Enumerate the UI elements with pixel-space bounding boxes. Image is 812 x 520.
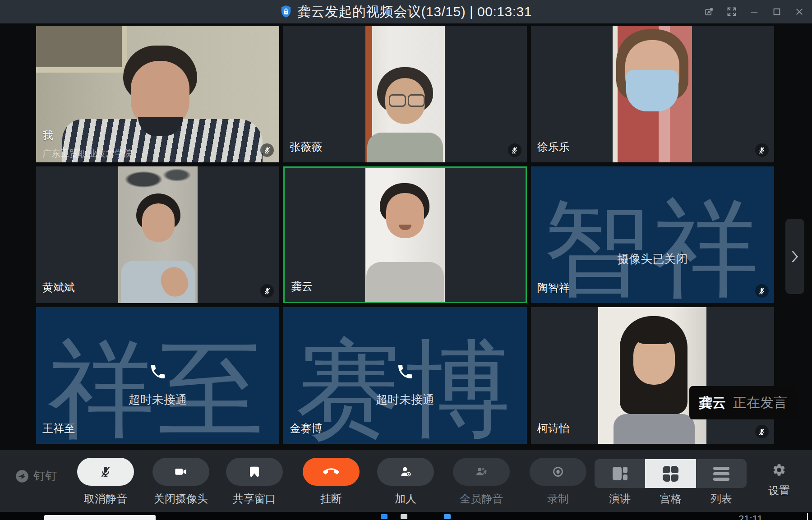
mute-all-button[interactable]: 全员静音 [452, 458, 511, 506]
maximize-icon[interactable] [771, 6, 782, 17]
dingtalk-logo-icon [15, 469, 29, 483]
hang-up-button[interactable]: 挂断 [301, 458, 361, 506]
record-label: 录制 [528, 492, 588, 506]
settings-button[interactable]: 设置 [763, 463, 795, 498]
meeting-title-wrap: 龚云发起的视频会议(13/15) | 00:13:31 [280, 3, 532, 21]
view-grid-label: 宫格 [645, 492, 696, 506]
hang-up-pill [303, 458, 360, 486]
video-feed [118, 166, 198, 303]
share-window-icon [248, 465, 261, 479]
video-tile-taozhixiang[interactable]: 智祥 摄像头已关闭 陶智祥 [531, 166, 774, 303]
hang-up-icon [323, 464, 339, 480]
video-feed [36, 26, 279, 162]
mic-muted-icon [99, 465, 112, 479]
popout-window-icon[interactable] [704, 6, 715, 17]
speaking-toast: 龚云 正在发言 [689, 386, 797, 419]
participant-name: 柯诗怡 [537, 421, 570, 436]
taskbar-app-icon[interactable] [401, 514, 407, 519]
face-mask-decor [626, 70, 678, 111]
speaking-toast-name: 龚云 [699, 394, 726, 412]
dingtalk-brand: 钉钉 [15, 468, 57, 484]
person-silhouette [614, 414, 695, 444]
close-icon[interactable] [794, 6, 805, 17]
participant-name: 龚云 [291, 279, 313, 294]
camera-icon [174, 465, 188, 479]
secure-lock-shield-icon [280, 5, 292, 18]
unmute-button[interactable]: 取消静音 [76, 458, 135, 506]
view-list-button[interactable] [696, 459, 747, 488]
mute-all-pill [453, 458, 510, 486]
mic-muted-icon [755, 143, 769, 157]
view-grid-button-active[interactable] [645, 459, 696, 488]
fullscreen-icon[interactable] [726, 6, 737, 17]
taskbar-app-icon[interactable] [444, 514, 451, 519]
video-feed [365, 26, 445, 162]
view-list-label: 列表 [696, 492, 747, 506]
glasses-decor [408, 94, 425, 107]
chevron-right-icon [791, 250, 798, 263]
glasses-decor [389, 94, 406, 107]
grid-view-icon [663, 466, 678, 482]
share-window-label: 共享窗口 [225, 492, 284, 506]
video-feed [613, 26, 692, 162]
person-silhouette [386, 193, 424, 238]
taskbar-clock: 21:11 [738, 513, 762, 520]
list-view-icon [713, 467, 729, 481]
share-pill [226, 458, 283, 486]
view-switcher-labels: 演讲 宫格 列表 [595, 492, 747, 506]
participant-name: 王祥至 [42, 421, 75, 436]
phone-call-icon [149, 363, 167, 382]
participant-name: 我 [42, 128, 53, 143]
painting-decor [118, 166, 198, 195]
settings-label: 设置 [763, 483, 795, 498]
add-person-icon [399, 465, 412, 479]
taskbar-app-icon[interactable] [381, 514, 388, 519]
desktop-taskbar-sliver: 21:11 [0, 512, 812, 520]
add-person-label: 加人 [376, 492, 435, 506]
phone-call-icon [396, 363, 414, 382]
minimize-icon[interactable] [749, 6, 760, 17]
person-silhouette [142, 203, 175, 242]
record-button[interactable]: 录制 [528, 458, 588, 506]
video-feed [365, 168, 445, 302]
record-pill [530, 458, 586, 486]
person-silhouette [367, 133, 443, 162]
video-feed [598, 307, 706, 444]
window-controls [704, 0, 805, 23]
participant-name: 黄斌斌 [42, 281, 75, 295]
dingtalk-brand-label: 钉钉 [33, 468, 57, 484]
video-tile-wangxiangzhi[interactable]: 祥至 超时未接通 王祥至 [36, 307, 279, 444]
add-person-button[interactable]: 加人 [376, 458, 435, 506]
participant-name: 徐乐乐 [537, 140, 570, 154]
share-window-button[interactable]: 共享窗口 [225, 458, 284, 506]
call-timeout-status: 超时未接通 [283, 392, 526, 408]
mic-muted-icon [508, 143, 521, 157]
mic-muted-icon [755, 284, 769, 298]
video-tile-keshiyi[interactable]: 柯诗怡 [531, 307, 774, 444]
participant-name: 陶智祥 [537, 281, 570, 295]
camera-pill [152, 458, 209, 486]
video-grid: 我 广东工贸职业技术学院 张薇薇 [36, 26, 774, 444]
view-speaker-button[interactable] [595, 459, 645, 488]
video-tile-gongyun-active[interactable]: 龚云 [283, 166, 526, 303]
gear-icon [772, 463, 786, 477]
unmute-pill [77, 458, 134, 486]
mic-muted-icon [755, 425, 769, 438]
titlebar: 龚云发起的视频会议(13/15) | 00:13:31 [0, 0, 812, 23]
mute-all-label: 全员静音 [452, 492, 511, 506]
view-speaker-label: 演讲 [595, 492, 645, 506]
video-tile-me[interactable]: 我 广东工贸职业技术学院 [36, 26, 279, 162]
add-person-pill [377, 458, 434, 486]
view-switcher [595, 459, 747, 488]
mute-all-icon [475, 465, 488, 479]
video-tile-huangbinbin[interactable]: 黄斌斌 [36, 166, 279, 303]
video-tile-zhangweiwei[interactable]: 张薇薇 [283, 26, 526, 162]
speaking-toast-text: 正在发言 [733, 394, 787, 412]
camera-off-button[interactable]: 关闭摄像头 [151, 458, 211, 506]
person-silhouette [366, 262, 444, 302]
video-tile-xulele[interactable]: 徐乐乐 [531, 26, 774, 162]
meeting-title: 龚云发起的视频会议(13/15) | 00:13:31 [297, 3, 532, 21]
background-window-sliver[interactable] [44, 515, 156, 520]
expand-sidebar-button[interactable] [785, 219, 804, 294]
video-tile-jinsaibo[interactable]: 赛博 超时未接通 金赛博 [283, 307, 526, 444]
